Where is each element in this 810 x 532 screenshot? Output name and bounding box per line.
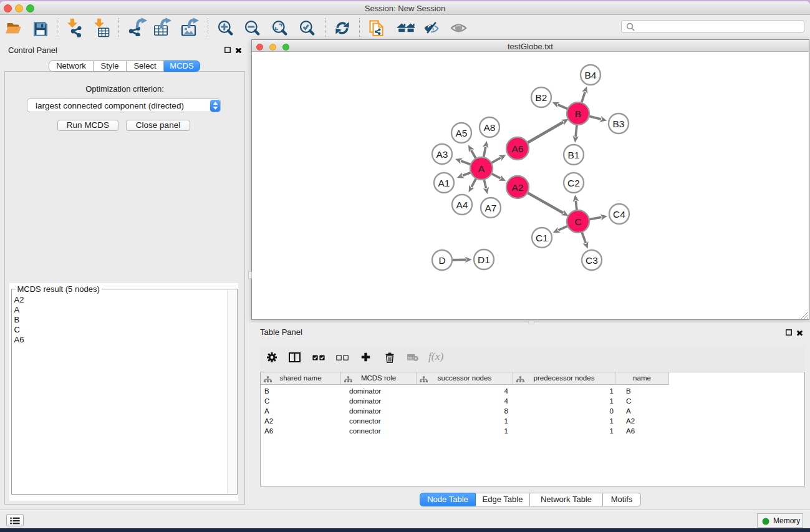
svg-text:C3: C3 xyxy=(586,255,598,266)
svg-text:A1: A1 xyxy=(438,178,450,188)
svg-text:A3: A3 xyxy=(436,149,448,160)
svg-text:D1: D1 xyxy=(478,254,490,265)
svg-text:A4: A4 xyxy=(456,200,468,210)
svg-text:B3: B3 xyxy=(613,118,625,129)
svg-text:C2: C2 xyxy=(567,178,580,188)
svg-text:A5: A5 xyxy=(456,128,468,138)
svg-text:C1: C1 xyxy=(536,233,548,243)
svg-text:A6: A6 xyxy=(512,143,524,154)
svg-text:B2: B2 xyxy=(536,92,547,103)
svg-text:B1: B1 xyxy=(568,150,580,160)
svg-text:A2: A2 xyxy=(512,182,524,193)
svg-text:B4: B4 xyxy=(585,70,597,80)
svg-text:D: D xyxy=(438,255,445,266)
svg-text:A7: A7 xyxy=(485,203,497,213)
svg-text:A: A xyxy=(478,163,485,174)
svg-text:C4: C4 xyxy=(613,209,625,220)
svg-text:B: B xyxy=(575,109,581,119)
svg-text:A8: A8 xyxy=(484,122,496,133)
svg-text:C: C xyxy=(574,216,581,227)
